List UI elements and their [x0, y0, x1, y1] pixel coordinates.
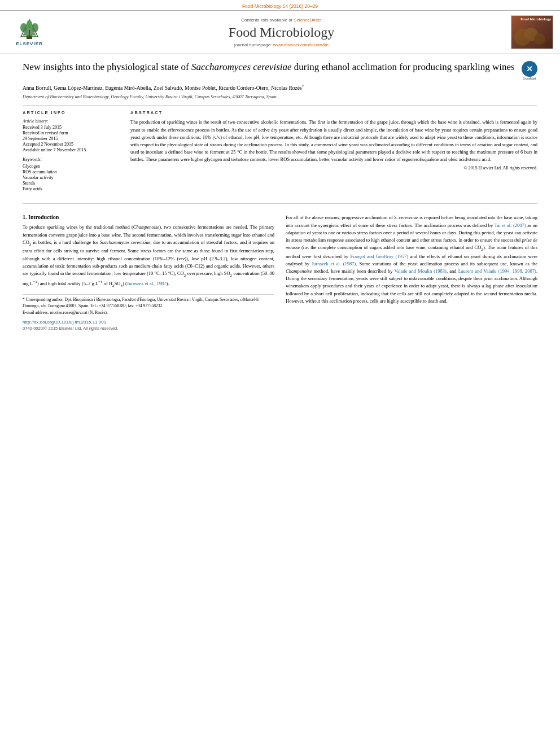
- crossmark-badge: ✕ CrossMark: [522, 61, 537, 80]
- doi-link[interactable]: http://dx.doi.org/10.1016/j.fm.2015.11.0…: [23, 320, 274, 325]
- received-date-2: Received in revised form: [23, 130, 121, 136]
- juroszek-ref-2[interactable]: Juroszek et al. (1987): [312, 261, 356, 267]
- keyword-sterols: Sterols: [23, 181, 121, 186]
- footnotes: * Corresponding author. Dpt. Bioquímica …: [23, 294, 274, 316]
- issn-line: 0740-0020/© 2015 Elsevier Ltd. All right…: [23, 326, 274, 331]
- sciencedirect-anchor[interactable]: ScienceDirect: [294, 18, 321, 23]
- svg-point-5: [27, 20, 32, 28]
- footnote-corresponding: * Corresponding author. Dpt. Bioquímica …: [23, 297, 274, 309]
- laurent-ref[interactable]: Laurent and Valade (1994, 1998, 2007): [458, 268, 536, 274]
- keyword-fatty-acids: Fatty acids: [23, 186, 121, 191]
- journal-thumbnail: Food Microbiology: [511, 15, 553, 49]
- body-left-col: 1. Introduction To produce sparkling win…: [23, 214, 274, 330]
- article-history: Article history: Received 3 July 2015 Re…: [23, 119, 121, 152]
- sciencedirect-link: Contents lists available at ScienceDirec…: [58, 18, 505, 23]
- svg-point-9: [534, 33, 545, 45]
- section-divider: [23, 203, 537, 204]
- info-abstract-section: ARTICLE INFO Article history: Received 3…: [23, 110, 537, 192]
- affiliation: Department of Biochemistry and Biotechno…: [23, 94, 537, 99]
- divider-1: [23, 105, 537, 106]
- header-center: Contents lists available at ScienceDirec…: [58, 18, 505, 47]
- juroszek-ref[interactable]: Juroszek et al., 1987: [127, 280, 167, 286]
- keyword-glycogen: Glycogen: [23, 164, 121, 169]
- authors-line: Anna Borrull, Gema López-Martínez, Eugèn…: [23, 84, 537, 92]
- copyright-notice: © 2015 Elsevier Ltd. All rights reserved…: [130, 165, 537, 171]
- keyword-vacuolar: Vacuolar activity: [23, 175, 121, 180]
- svg-point-3: [20, 23, 27, 32]
- body-right-col: For all of the above reasons, progressiv…: [286, 214, 537, 330]
- journal-title: Food Microbiology: [58, 25, 505, 40]
- keywords-label: Keywords:: [23, 157, 121, 162]
- elsevier-logo: ELSEVIER: [7, 19, 52, 46]
- body-section: 1. Introduction To produce sparkling win…: [0, 208, 560, 336]
- keyword-ros: ROS accumulation: [23, 169, 121, 174]
- svg-point-4: [32, 23, 38, 32]
- email-link[interactable]: nicolas.rozes@urv.cat: [50, 310, 88, 315]
- tai-ref[interactable]: Tai et al. (2007): [495, 222, 526, 228]
- journal-reference: Food Microbiology 54 (2016) 20–29: [0, 0, 560, 10]
- available-date: Available online 7 November 2015: [23, 147, 121, 152]
- footnote-email: E-mail address: nicolas.rozes@urv.cat (N…: [23, 310, 274, 316]
- article-main: New insights into the physiological stat…: [0, 54, 560, 199]
- abstract-text: The production of sparkling wines is the…: [130, 119, 537, 163]
- intro-title: 1. Introduction: [23, 214, 274, 220]
- article-info-col: ARTICLE INFO Article history: Received 3…: [23, 110, 121, 192]
- accepted-date: Accepted 2 November 2015: [23, 142, 121, 147]
- journal-header: ELSEVIER Contents lists available at Sci…: [0, 10, 560, 54]
- received-date-1: Received 3 July 2015: [23, 125, 121, 130]
- elsevier-text-label: ELSEVIER: [16, 41, 43, 46]
- received-date-2b: 29 September 2015: [23, 136, 121, 141]
- intro-paragraph-2: For all of the above reasons, progressiv…: [286, 214, 537, 305]
- body-columns: 1. Introduction To produce sparkling win…: [23, 214, 537, 330]
- francot-ref[interactable]: Françot and Geoffroy (1957): [351, 254, 409, 259]
- article-title: New insights into the physiological stat…: [23, 61, 516, 74]
- intro-paragraph-1: To produce sparkling wines by the tradit…: [23, 224, 274, 289]
- abstract-col: ABSTRACT The production of sparkling win…: [130, 110, 537, 192]
- journal-homepage: journal homepage: www.elsevier.com/locat…: [58, 42, 505, 47]
- homepage-link[interactable]: www.elsevier.com/locate/fm: [273, 42, 329, 47]
- valade-ref[interactable]: Valade and Moulin (1983): [394, 268, 447, 274]
